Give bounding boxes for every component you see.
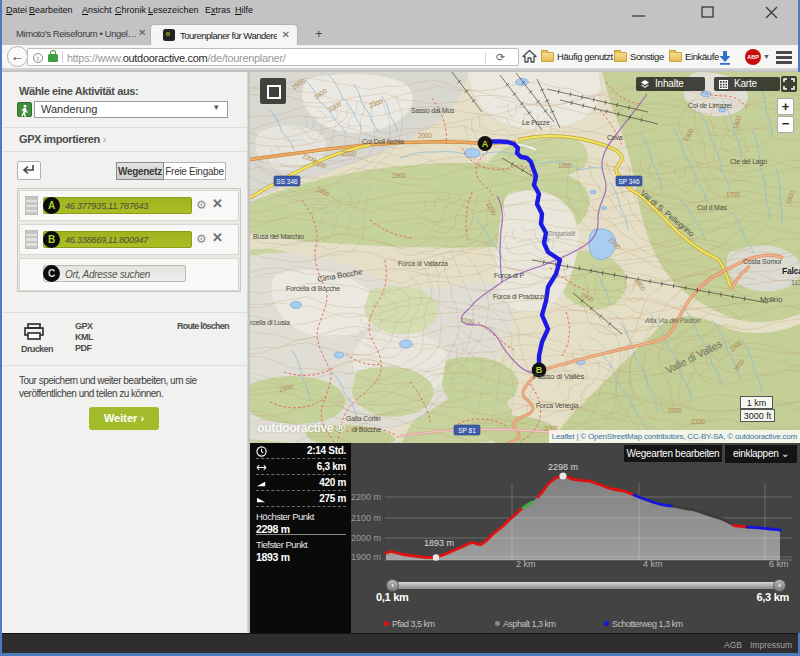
svg-text:2298 m: 2298 m <box>548 462 578 472</box>
svg-text:rcella di Lusia: rcella di Lusia <box>250 319 290 326</box>
svg-text:Cova: Cova <box>607 134 623 141</box>
svg-text:Forca Venegia: Forca Venegia <box>536 402 579 410</box>
svg-text:2100: 2100 <box>691 418 705 425</box>
svg-text:Molino: Molino <box>760 295 783 304</box>
svg-text:2000 m: 2000 m <box>351 533 381 543</box>
svg-text:Le Pozze: Le Pozze <box>522 119 550 126</box>
svg-text:Forcella di Bocche: Forcella di Bocche <box>286 285 340 292</box>
svg-text:2000: 2000 <box>668 407 682 414</box>
svg-text:Forca di Pradazzo: Forca di Pradazzo <box>493 293 547 300</box>
svg-text:Col de Limazei: Col de Limazei <box>688 102 732 109</box>
svg-text:Busa del Marchio: Busa del Marchio <box>253 233 304 240</box>
svg-text:Zingarialti: Zingarialti <box>546 230 576 238</box>
svg-text:Alta Via dei Pastori: Alta Via dei Pastori <box>644 317 701 324</box>
svg-text:1900 m: 1900 m <box>351 552 381 562</box>
svg-text:SP 346: SP 346 <box>618 178 640 185</box>
svg-text:Forca di Vallazza: Forca di Vallazza <box>398 260 448 267</box>
svg-text:di Bocche: di Bocche <box>352 426 381 433</box>
svg-text:Cle del Lago: Cle del Lago <box>730 158 767 166</box>
svg-text:Forca di P: Forca di P <box>494 272 524 279</box>
svg-text:1900: 1900 <box>392 172 406 179</box>
svg-text:Sasso dal Mus: Sasso dal Mus <box>411 107 455 114</box>
svg-text:2000: 2000 <box>418 132 432 139</box>
svg-text:1893 m: 1893 m <box>424 538 454 548</box>
svg-text:SP 81: SP 81 <box>458 427 476 434</box>
svg-text:SS 346: SS 346 <box>276 178 298 185</box>
svg-text:Col d Mas: Col d Mas <box>697 204 727 211</box>
svg-text:A: A <box>482 139 489 149</box>
svg-text:Col Doll Ischia: Col Doll Ischia <box>362 138 404 145</box>
svg-text:Falca: Falca <box>782 266 800 276</box>
svg-text:2200 m: 2200 m <box>351 492 381 502</box>
svg-text:1700: 1700 <box>726 191 740 198</box>
svg-text:Passo di Vallès: Passo di Vallès <box>533 372 584 381</box>
svg-text:Galla Cortiri: Galla Cortiri <box>346 415 381 422</box>
svg-text:Costa Somor: Costa Somor <box>743 258 783 265</box>
svg-text:113: 113 <box>791 279 800 286</box>
svg-text:2100 m: 2100 m <box>351 513 381 523</box>
svg-text:2000: 2000 <box>342 150 356 157</box>
svg-text:1900: 1900 <box>558 162 572 169</box>
